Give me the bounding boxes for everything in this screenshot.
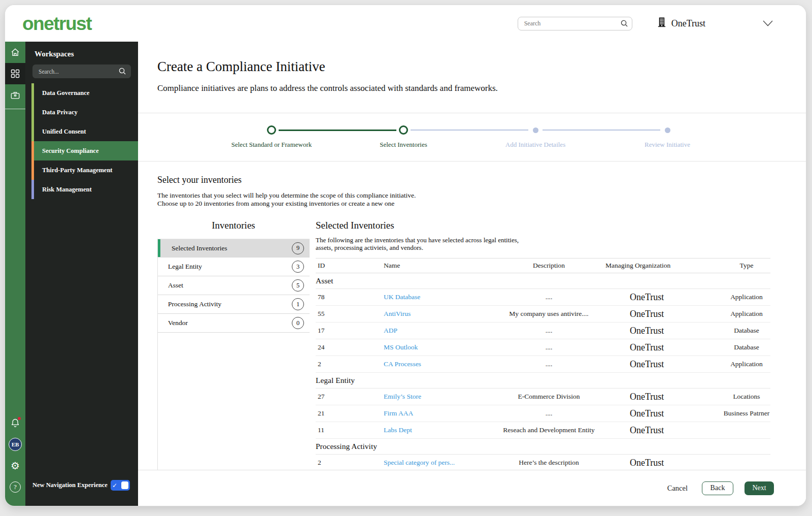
workspace-item-data-governance[interactable]: Data Governance bbox=[25, 83, 138, 103]
chevron-down-icon[interactable] bbox=[762, 20, 773, 27]
workspaces-panel: Workspaces Data GovernanceData PrivacyUn… bbox=[25, 42, 138, 506]
selected-inventories-description: The following are the inventories that y… bbox=[316, 236, 770, 251]
inventories-list: Selected Inventories9Legal Entity3Asset5… bbox=[157, 239, 310, 470]
inventory-filter-processing-activity[interactable]: Processing Activity1 bbox=[158, 295, 310, 314]
workspace-item-risk-management[interactable]: Risk Management bbox=[25, 180, 138, 199]
step-label: Select Inventories bbox=[380, 141, 427, 149]
workspace-item-third-party-management[interactable]: Third-Party Management bbox=[25, 160, 138, 180]
cell-managing-organization: OneTrust bbox=[628, 392, 723, 402]
workspace-item-label: Risk Management bbox=[42, 186, 92, 194]
inventory-link[interactable]: AntiVirus bbox=[382, 310, 494, 318]
workspaces-search-input[interactable] bbox=[32, 64, 131, 78]
cell-id: 78 bbox=[316, 293, 382, 301]
workspace-item-data-privacy[interactable]: Data Privacy bbox=[25, 103, 138, 122]
inventory-filter-vendor[interactable]: Vendor0 bbox=[158, 314, 310, 333]
column-header-description: Description bbox=[494, 262, 603, 270]
notifications-bell-icon[interactable] bbox=[5, 412, 25, 434]
step-label: Review Initiative bbox=[645, 141, 690, 149]
page-subtitle: Compliance initiatives are plans to addr… bbox=[157, 83, 806, 93]
inventory-link[interactable]: Emily’s Store bbox=[382, 393, 494, 401]
count-badge: 1 bbox=[292, 298, 304, 310]
inventory-link[interactable]: Firm AAA bbox=[382, 409, 494, 417]
selected-inventories-title: Selected Inventories bbox=[316, 220, 770, 231]
table-row: 24MS Outlook....OneTrustDatabase bbox=[316, 339, 770, 356]
table-header: ID Name Description Managing Organizatio… bbox=[316, 258, 770, 273]
step-dot bbox=[533, 127, 538, 133]
stepper-block: Select Standard or FrameworkSelect Inven… bbox=[138, 113, 806, 162]
back-button[interactable]: Back bbox=[702, 481, 733, 495]
table-row: 11Labs DeptReseach and Development Entit… bbox=[316, 422, 770, 439]
user-avatar[interactable]: EB bbox=[5, 434, 25, 455]
home-icon[interactable] bbox=[5, 42, 25, 63]
app-window: onetrust bbox=[5, 5, 806, 506]
rail-divider bbox=[5, 109, 25, 109]
cell-managing-organization: OneTrust bbox=[628, 326, 723, 336]
column-header-managing-organization: Managing Organization bbox=[603, 262, 723, 270]
cell-id: 2 bbox=[316, 360, 382, 368]
inventory-filter-selected-inventories[interactable]: Selected Inventories9 bbox=[158, 239, 310, 257]
title-block: Create a Compliance Initiative Complianc… bbox=[138, 42, 806, 113]
cell-description: .... bbox=[494, 343, 603, 351]
notification-dot bbox=[18, 417, 21, 420]
inventory-link[interactable]: CA Processes bbox=[382, 360, 494, 368]
global-search-input[interactable] bbox=[518, 17, 632, 30]
cell-managing-organization: OneTrust bbox=[628, 408, 723, 419]
cell-description: Here’s the description bbox=[494, 459, 603, 467]
inventory-filter-legal-entity[interactable]: Legal Entity3 bbox=[158, 257, 310, 276]
apps-grid-icon[interactable] bbox=[5, 63, 25, 84]
settings-gear-icon[interactable]: ⚙ bbox=[5, 455, 25, 476]
workspace-item-label: Security Compliance bbox=[42, 147, 98, 155]
step-dot bbox=[267, 125, 276, 135]
column-header-name: Name bbox=[382, 262, 494, 270]
inventory-link[interactable]: Labs Dept bbox=[382, 426, 494, 434]
cell-managing-organization: OneTrust bbox=[628, 359, 723, 370]
cell-type: Database bbox=[723, 327, 770, 335]
count-badge: 3 bbox=[292, 261, 304, 273]
inventory-link[interactable]: UK Database bbox=[382, 293, 494, 301]
step-dot bbox=[665, 127, 670, 133]
selected-indicator-bar bbox=[158, 295, 160, 313]
inventory-filter-asset[interactable]: Asset5 bbox=[158, 276, 310, 295]
cell-type: Application bbox=[723, 360, 770, 368]
step-connector bbox=[411, 130, 528, 131]
column-header-id: ID bbox=[316, 262, 382, 270]
search-icon bbox=[620, 19, 628, 29]
next-button[interactable]: Next bbox=[745, 481, 774, 495]
wizard-footer: Cancel Back Next bbox=[138, 470, 806, 506]
app-body: EB ⚙ ? Workspaces Data GovernanceData Pr… bbox=[5, 42, 806, 506]
search-icon bbox=[118, 67, 126, 77]
cell-description: .... bbox=[494, 409, 603, 417]
table-body: Asset78UK Database....OneTrustApplicatio… bbox=[316, 273, 770, 470]
workspace-item-security-compliance[interactable]: Security Compliance bbox=[25, 141, 138, 160]
top-header: onetrust bbox=[5, 5, 806, 42]
column-header-type: Type bbox=[723, 262, 770, 270]
table-row: 78UK Database....OneTrustApplication bbox=[316, 289, 770, 306]
inventories-table: ID Name Description Managing Organizatio… bbox=[316, 258, 770, 470]
inventory-link[interactable]: MS Outlook bbox=[382, 343, 494, 351]
table-row: 17ADP....OneTrustDatabase bbox=[316, 322, 770, 339]
cell-managing-organization: OneTrust bbox=[628, 292, 723, 303]
inventory-filter-label: Asset bbox=[168, 281, 183, 289]
icon-rail: EB ⚙ ? bbox=[5, 42, 25, 506]
cell-description: .... bbox=[494, 293, 603, 301]
inventory-link[interactable]: ADP bbox=[382, 327, 494, 335]
inventory-link[interactable]: Special category of pers... bbox=[382, 459, 494, 467]
selected-description-line2: assets, processing activieis, and vendor… bbox=[316, 244, 770, 251]
table-group-legal-entity: Legal Entity bbox=[316, 373, 770, 389]
selected-indicator-bar bbox=[158, 314, 160, 332]
stepper: Select Standard or FrameworkSelect Inven… bbox=[138, 125, 733, 149]
section-description-line2: Choose up to 20 inventories from among y… bbox=[157, 200, 770, 208]
workspace-item-unified-consent[interactable]: Unified Consent bbox=[25, 122, 138, 141]
help-icon[interactable]: ? bbox=[5, 476, 25, 498]
selected-description-line1: The following are the inventories that y… bbox=[316, 236, 770, 244]
panel-footer: New Navigation Experience ✓ bbox=[25, 480, 138, 506]
new-navigation-toggle[interactable]: ✓ bbox=[111, 480, 130, 491]
inventory-filter-label: Selected Inventories bbox=[172, 244, 227, 252]
cancel-button[interactable]: Cancel bbox=[667, 484, 688, 493]
briefcase-icon[interactable] bbox=[5, 84, 25, 106]
org-selector[interactable]: OneTrust bbox=[657, 17, 705, 30]
header-right: OneTrust bbox=[518, 17, 806, 30]
inventory-filter-label: Vendor bbox=[168, 319, 188, 327]
cell-id: 24 bbox=[316, 343, 382, 351]
table-group-processing-activity: Processing Activity bbox=[316, 439, 770, 455]
